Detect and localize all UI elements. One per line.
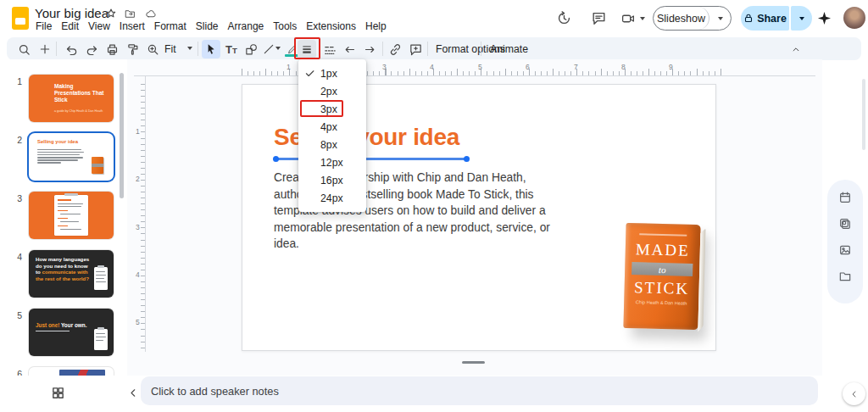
slide-thumbnail-4[interactable]: How many languages do you need to know t…	[29, 250, 114, 298]
folder-icon[interactable]	[838, 270, 852, 283]
ruler-label: 2	[136, 175, 140, 183]
thumb1-title: Making Presentations That Stick	[54, 83, 107, 103]
ruler-label: 8	[621, 63, 626, 71]
avatar[interactable]	[843, 7, 865, 29]
book-band: to	[632, 262, 693, 276]
show-side-panel-button[interactable]	[843, 382, 865, 405]
share-button[interactable]: Share	[741, 6, 789, 31]
insert-line-caret-icon[interactable]	[275, 47, 281, 50]
keep-notes-icon[interactable]	[838, 217, 852, 231]
slideshow-button-group: Slideshow	[653, 6, 732, 31]
slide-number: 6	[8, 369, 22, 376]
collapse-toolbar-icon[interactable]	[790, 43, 802, 55]
menu-item-24px[interactable]: 24px	[298, 189, 366, 207]
maps-image-icon[interactable]	[838, 243, 852, 257]
speaker-notes-placeholder: Click to add speaker notes	[151, 385, 279, 398]
line-weight-menu: 1px 2px 3px 4px 8px 12px 16px 24px	[298, 59, 366, 212]
menu-item-8px[interactable]: 8px	[298, 136, 366, 153]
zoom-fit-select[interactable]: Fit	[164, 43, 176, 55]
menu-item-2px[interactable]: 2px	[298, 82, 366, 100]
zoom-in-icon[interactable]	[143, 40, 162, 58]
slide-number: 5	[8, 310, 22, 320]
comment-history-icon[interactable]	[591, 10, 607, 26]
menu-file[interactable]: File	[34, 19, 53, 33]
slideshow-button[interactable]: Slideshow	[654, 7, 709, 30]
arrow-start-icon[interactable]	[340, 40, 359, 58]
animate-button[interactable]: Animate	[490, 43, 528, 55]
ruler-label: 5	[478, 63, 482, 71]
share-caret-button[interactable]	[791, 6, 812, 31]
slides-logo-icon[interactable]	[12, 7, 29, 30]
slide-number: 2	[8, 135, 22, 145]
slide-thumbnail-6[interactable]	[29, 367, 114, 376]
cloud-status-icon[interactable]	[144, 8, 158, 19]
add-comment-icon[interactable]	[406, 40, 425, 58]
meet-camera-icon[interactable]	[620, 11, 637, 26]
ruler-label: 4	[136, 270, 140, 279]
slideshow-caret-button[interactable]	[709, 7, 731, 30]
slide-number: 3	[8, 193, 22, 203]
line-handle-end[interactable]	[464, 156, 470, 162]
menu-item-3px[interactable]: 3px	[298, 100, 366, 118]
paint-format-icon[interactable]	[123, 40, 142, 58]
book-image[interactable]: MADE to STICK Chip Heath & Dan Heath	[623, 223, 700, 330]
menu-edit[interactable]: Edit	[59, 19, 81, 33]
new-slide-plus-icon[interactable]	[36, 40, 54, 58]
book-authors: Chip Heath & Dan Heath	[624, 299, 698, 306]
book-word-to: to	[659, 264, 666, 274]
insert-link-icon[interactable]	[386, 40, 404, 58]
menu-item-16px[interactable]: 16px	[298, 171, 366, 189]
menu-item-12px[interactable]: 12px	[298, 153, 366, 171]
thumb5-text: Just one! Your own.	[36, 322, 97, 328]
meet-camera-caret-icon[interactable]	[640, 17, 645, 20]
menu-help[interactable]: Help	[364, 19, 388, 33]
search-menus-icon[interactable]	[14, 40, 33, 58]
slide-number: 1	[8, 76, 22, 86]
slide-thumbnail-1[interactable]: Making Presentations That Stick a guide …	[29, 75, 114, 122]
slide-number: 4	[8, 252, 22, 262]
gemini-sparkle-icon[interactable]	[816, 10, 832, 26]
line-weight-icon[interactable]	[298, 40, 316, 58]
menu-arrange[interactable]: Arrange	[226, 19, 266, 33]
speaker-notes-input[interactable]: Click to add speaker notes	[141, 376, 818, 405]
line-dash-icon[interactable]	[320, 40, 339, 58]
text-box-icon[interactable]: TT	[222, 40, 241, 58]
print-icon[interactable]	[103, 40, 121, 58]
grid-view-icon[interactable]	[51, 386, 65, 400]
ruler-label: 1	[136, 127, 140, 136]
canvas-scrollbar[interactable]	[862, 79, 865, 150]
version-history-icon[interactable]	[556, 10, 572, 26]
filmstrip-scrollbar[interactable]	[120, 73, 124, 198]
star-icon[interactable]	[105, 8, 117, 19]
menu-format[interactable]: Format	[153, 19, 188, 33]
slide-thumbnail-2-selected[interactable]: Selling your idea	[29, 133, 114, 181]
chevron-down-icon	[799, 17, 804, 20]
chevron-down-icon	[718, 17, 723, 20]
redo-icon[interactable]	[82, 40, 101, 58]
ruler-label: 3	[136, 223, 140, 231]
menu-extensions[interactable]: Extensions	[304, 19, 358, 33]
book-word-made: MADE	[626, 240, 701, 260]
menu-slide[interactable]: Slide	[194, 19, 220, 33]
zoom-fit-caret-icon[interactable]	[187, 47, 192, 50]
undo-icon[interactable]	[62, 40, 81, 58]
menu-view[interactable]: View	[86, 19, 112, 33]
arrow-end-icon[interactable]	[360, 40, 379, 58]
menu-item-4px[interactable]: 4px	[298, 118, 366, 136]
slide-thumbnail-3[interactable]	[29, 192, 114, 239]
collapse-filmstrip-icon[interactable]	[127, 387, 140, 399]
thumb5-subtitle-skeleton	[36, 331, 70, 331]
menu-tools[interactable]: Tools	[271, 19, 298, 33]
menu-item-1px[interactable]: 1px	[298, 64, 366, 82]
move-folder-icon[interactable]	[124, 8, 136, 19]
insert-shape-icon[interactable]	[242, 40, 260, 58]
calendar-icon[interactable]	[838, 191, 852, 204]
notes-resize-handle[interactable]	[462, 361, 485, 364]
ruler-label: 4	[430, 63, 434, 71]
line-handle-start[interactable]	[273, 156, 279, 162]
select-cursor-icon[interactable]	[202, 40, 220, 58]
menu-insert[interactable]: Insert	[118, 19, 147, 33]
document-title[interactable]: Your big idea	[35, 6, 108, 20]
slide-thumbnail-5[interactable]: Just one! Your own.	[29, 309, 114, 356]
lock-icon	[743, 13, 754, 24]
